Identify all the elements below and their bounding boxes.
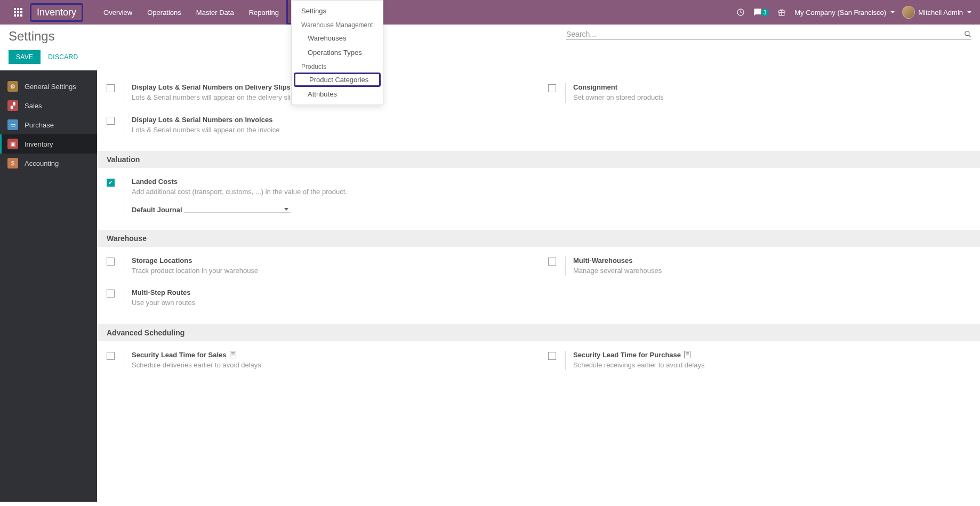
- sidebar-item-label: Purchase: [25, 121, 54, 129]
- checkbox[interactable]: [548, 84, 556, 92]
- user-menu[interactable]: Mitchell Admin: [902, 6, 971, 19]
- setting-desc: Track product location in your warehouse: [132, 266, 529, 276]
- user-name: Mitchell Admin: [918, 9, 963, 17]
- search-input[interactable]: [566, 30, 964, 38]
- main: ⚙General Settings ▞Sales ▭Purchase ▣Inve…: [0, 70, 980, 502]
- setting-title: Landed Costs: [132, 178, 529, 186]
- nav-overview[interactable]: Overview: [96, 0, 140, 25]
- setting-multi-step-routes: Multi-Step Routes Use your own routes: [97, 285, 539, 318]
- page-title: Settings: [9, 29, 55, 44]
- dropdown-operations-types[interactable]: Operations Types: [292, 45, 383, 60]
- setting-consignment: Consignment Set owner on stored products: [539, 80, 980, 113]
- setting-title: Multi-Step Routes: [132, 288, 529, 296]
- dropdown-attributes[interactable]: Attributes: [292, 87, 383, 101]
- setting-desc: Schedule receivings earlier to avoid del…: [573, 360, 970, 371]
- content: Display Lots & Serial Numbers on Deliver…: [97, 70, 980, 502]
- setting-desc: Lots & Serial numbers will appear on the…: [132, 125, 529, 135]
- default-journal-select[interactable]: [184, 206, 291, 213]
- topbar: Inventory Overview Operations Master Dat…: [0, 0, 980, 25]
- gift-icon[interactable]: [776, 7, 787, 18]
- sidebar-item-purchase[interactable]: ▭Purchase: [0, 115, 97, 134]
- clock-icon[interactable]: [735, 7, 746, 18]
- checkbox[interactable]: [107, 290, 115, 298]
- setting-desc: Set owner on stored products: [573, 92, 970, 103]
- sidebar-item-label: Sales: [25, 102, 42, 110]
- company-selector[interactable]: My Company (San Francisco): [794, 9, 895, 17]
- checkbox[interactable]: [107, 117, 115, 125]
- setting-invoice-lots: Display Lots & Serial Numbers on Invoice…: [97, 113, 539, 145]
- chevron-down-icon: [890, 11, 895, 13]
- setting-security-lead-sales: Security Lead Time for Sales Schedule de…: [97, 348, 539, 380]
- search-box[interactable]: [566, 29, 971, 40]
- nav-operations[interactable]: Operations: [140, 0, 189, 25]
- nav-reporting[interactable]: Reporting: [242, 0, 286, 25]
- checkbox[interactable]: [107, 352, 115, 360]
- setting-desc: Use your own routes: [132, 298, 529, 308]
- messages-icon[interactable]: 3: [753, 8, 769, 17]
- dropdown-header-warehouse: Warehouse Management: [292, 18, 383, 31]
- dropdown-product-categories[interactable]: Product Categories: [294, 73, 381, 87]
- checkbox[interactable]: [548, 352, 556, 360]
- setting-title: Security Lead Time for Purchase: [573, 351, 970, 359]
- sidebar-item-label: Accounting: [25, 159, 59, 167]
- section-advanced-scheduling: Advanced Scheduling: [97, 324, 980, 341]
- avatar: [902, 6, 915, 19]
- svg-point-3: [965, 31, 969, 36]
- dropdown-warehouses[interactable]: Warehouses: [292, 31, 383, 45]
- setting-security-lead-purchase: Security Lead Time for Purchase Schedule…: [539, 348, 980, 380]
- chevron-down-icon: [284, 208, 288, 211]
- discard-button[interactable]: DISCARD: [48, 53, 78, 61]
- document-icon[interactable]: [230, 351, 236, 358]
- sidebar-item-label: General Settings: [25, 83, 76, 91]
- checkbox[interactable]: [107, 258, 115, 266]
- card-icon: ▭: [7, 119, 18, 130]
- setting-title: Multi-Warehouses: [573, 256, 970, 264]
- dropdown-settings[interactable]: Settings: [292, 4, 383, 18]
- setting-landed-costs: Landed Costs Add additional cost (transp…: [97, 174, 539, 223]
- checkbox[interactable]: [107, 179, 115, 187]
- sidebar-item-sales[interactable]: ▞Sales: [0, 96, 97, 115]
- messages-count: 3: [761, 9, 769, 16]
- settings-sidebar: ⚙General Settings ▞Sales ▭Purchase ▣Inve…: [0, 70, 97, 502]
- section-valuation: Valuation: [97, 151, 980, 168]
- setting-title: Display Lots & Serial Numbers on Invoice…: [132, 116, 529, 124]
- app-title[interactable]: Inventory: [30, 3, 83, 22]
- control-bar: Settings SAVE DISCARD: [0, 25, 980, 70]
- setting-title: Security Lead Time for Sales: [132, 351, 529, 359]
- configuration-dropdown: Settings Warehouse Management Warehouses…: [291, 0, 383, 105]
- sidebar-item-accounting[interactable]: $Accounting: [0, 154, 97, 173]
- chevron-down-icon: [967, 11, 971, 13]
- field-label: Default Journal: [132, 206, 184, 214]
- checkbox[interactable]: [107, 84, 115, 92]
- document-icon[interactable]: [684, 351, 690, 358]
- setting-title: Consignment: [573, 83, 970, 91]
- setting-multi-warehouses: Multi-Warehouses Manage several warehous…: [539, 253, 980, 286]
- save-button[interactable]: SAVE: [9, 50, 41, 64]
- sidebar-item-inventory[interactable]: ▣Inventory: [0, 134, 97, 154]
- setting-storage-locations: Storage Locations Track product location…: [97, 253, 539, 286]
- sidebar-item-label: Inventory: [25, 140, 53, 148]
- search-icon[interactable]: [964, 30, 971, 38]
- topbar-right: 3 My Company (San Francisco) Mitchell Ad…: [735, 6, 971, 19]
- setting-desc: Manage several warehouses: [573, 266, 970, 276]
- sidebar-item-general[interactable]: ⚙General Settings: [0, 77, 97, 96]
- box-icon: ▣: [7, 139, 18, 149]
- dropdown-header-products: Products: [292, 60, 383, 73]
- setting-desc: Add additional cost (transport, customs,…: [132, 187, 529, 197]
- money-icon: $: [7, 158, 18, 168]
- setting-desc: Schedule deliveries earlier to avoid del…: [132, 360, 529, 371]
- section-warehouse: Warehouse: [97, 230, 980, 247]
- gear-icon: ⚙: [7, 81, 18, 92]
- checkbox[interactable]: [548, 258, 556, 266]
- nav-master-data[interactable]: Master Data: [189, 0, 242, 25]
- apps-icon[interactable]: [9, 3, 28, 22]
- setting-title: Storage Locations: [132, 256, 529, 264]
- company-name: My Company (San Francisco): [794, 9, 886, 17]
- chart-icon: ▞: [7, 100, 18, 111]
